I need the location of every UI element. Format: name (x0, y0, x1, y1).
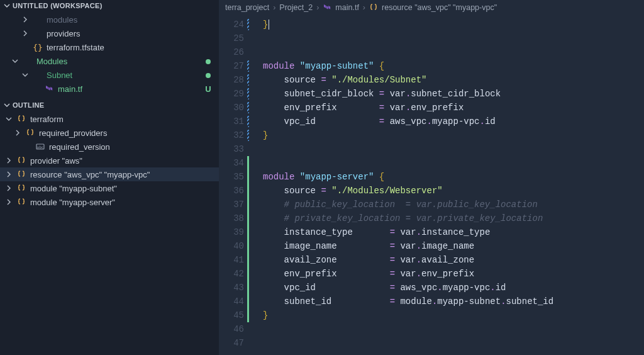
explorer-header[interactable]: UNTITLED (WORKSPACE) (0, 0, 219, 11)
line-number: 41 (219, 253, 248, 267)
editor: terra_project›Project_2›main.tf›resource… (219, 0, 644, 355)
code-line[interactable]: env_prefix = var.env_prefix (263, 267, 644, 281)
code-line[interactable]: source = "./Modules/Subnet" (263, 73, 644, 87)
line-number: 34 (219, 156, 248, 170)
code-line[interactable] (263, 322, 644, 336)
code-line[interactable]: image_name = var.image_name (263, 239, 644, 253)
line-number: 44 (219, 295, 248, 308)
explorer-title: UNTITLED (WORKSPACE) (13, 2, 103, 9)
line-number: 28 (219, 73, 248, 87)
outline-item[interactable]: provider "aws" (0, 154, 219, 167)
item-label: providers (47, 29, 199, 38)
code-line[interactable]: avail_zone = var.avail_zone (263, 253, 644, 267)
chevron-right-icon (21, 16, 29, 23)
line-number: 26 (219, 45, 248, 59)
sidebar: UNTITLED (WORKSPACE) modulesproviders{}t… (0, 0, 219, 355)
chevron-right-icon (14, 130, 21, 136)
outline-item[interactable]: required_providers (0, 126, 219, 140)
code-line[interactable] (263, 31, 644, 45)
breadcrumb-segment[interactable]: Project_2 (279, 3, 313, 12)
code-line[interactable] (263, 45, 644, 59)
code-line[interactable]: } (263, 128, 644, 142)
chevron-right-icon (5, 157, 13, 164)
explorer-item[interactable]: Modules (0, 54, 219, 68)
code-line[interactable]: source = "./Modules/Webserver" (263, 184, 644, 198)
line-number: 37 (219, 198, 248, 211)
line-number: 32 (219, 128, 248, 142)
outline-title: OUTLINE (13, 101, 44, 109)
breadcrumb-segment[interactable]: terra_project (225, 3, 269, 12)
line-number: 31 (219, 115, 248, 128)
explorer-item[interactable]: {}terraform.tfstate (0, 40, 219, 54)
item-label: modules (47, 15, 199, 25)
chevron-right-icon (5, 199, 13, 205)
code[interactable]: } module "myapp-subnet" { source = "./Mo… (254, 15, 644, 355)
item-icon (16, 198, 26, 206)
explorer-item[interactable]: Subnet (0, 68, 219, 82)
item-icon: abc (35, 143, 45, 150)
line-number: 30 (219, 101, 248, 115)
item-icon (16, 184, 26, 193)
item-label: module "myapp-subnet" (30, 184, 199, 193)
code-line[interactable]: vpc_id = aws_vpc.myapp-vpc.id (263, 281, 644, 295)
outline-tree: terraformrequired_providersabcrequired_v… (0, 111, 219, 213)
chevron-right-icon (21, 30, 29, 37)
modified-dot-icon (203, 57, 214, 66)
line-number: 29 (219, 87, 248, 101)
code-line[interactable]: subnet_id = module.myapp-subnet.subnet_i… (263, 295, 644, 308)
breadcrumb-segment[interactable]: main.tf (335, 3, 359, 12)
explorer-item[interactable]: providers (0, 26, 219, 40)
code-line[interactable]: env_prefix = var.env_prefix (263, 101, 644, 115)
item-label: resource "aws_vpc" "myapp-vpc" (30, 170, 199, 179)
code-line[interactable] (263, 156, 644, 170)
item-icon (44, 84, 54, 93)
gutter: 2425262728293031323334353637383940414243… (219, 15, 254, 355)
chevron-down-icon (5, 116, 13, 122)
item-label: Modules (36, 57, 199, 66)
code-area[interactable]: 2425262728293031323334353637383940414243… (219, 15, 644, 355)
line-number: 46 (219, 322, 248, 336)
outline-item[interactable]: abcrequired_version (0, 140, 219, 154)
breadcrumb-segment[interactable]: resource "aws_vpc" "myapp-vpc" (382, 3, 497, 12)
line-number: 42 (219, 267, 248, 281)
breadcrumb[interactable]: terra_project›Project_2›main.tf›resource… (219, 0, 644, 15)
line-number: 25 (219, 31, 248, 45)
chevron-down-icon (4, 3, 10, 9)
outline-item[interactable]: module "myapp-server" (0, 195, 219, 209)
code-line[interactable]: # private_key_location = var.private_key… (263, 211, 644, 225)
code-line[interactable] (263, 142, 644, 156)
breadcrumb-separator-icon: › (273, 3, 275, 12)
chevron-right-icon (5, 171, 13, 178)
code-line[interactable]: } (263, 18, 644, 31)
explorer-item[interactable]: main.tfU (0, 82, 219, 96)
modified-dot-icon (203, 70, 214, 80)
outline-item[interactable]: resource "aws_vpc" "myapp-vpc" (0, 167, 219, 181)
item-icon (16, 115, 26, 123)
line-number: 27 (219, 59, 248, 73)
outline-item[interactable]: module "myapp-subnet" (0, 181, 219, 195)
line-number: 24 (219, 18, 248, 31)
code-line[interactable]: module "myapp-subnet" { (263, 59, 644, 73)
line-number: 36 (219, 184, 248, 198)
code-line[interactable]: # public_key_location = var.public_key_l… (263, 198, 644, 211)
code-line[interactable] (263, 336, 644, 350)
outline-item[interactable]: terraform (0, 112, 219, 126)
outline-header[interactable]: OUTLINE (0, 99, 219, 111)
line-number: 40 (219, 239, 248, 253)
code-line[interactable]: instance_type = var.instance_type (263, 225, 644, 239)
item-icon (16, 170, 26, 179)
chevron-down-icon (4, 102, 10, 108)
code-line[interactable]: module "myapp-server" { (263, 170, 644, 184)
code-line[interactable]: vpc_id = aws_vpc.myapp-vpc.id (263, 115, 644, 128)
chevron-right-icon (5, 185, 13, 191)
code-line[interactable]: } (263, 308, 644, 322)
terraform-file-icon (323, 3, 331, 12)
chevron-down-icon (21, 72, 29, 78)
explorer-item[interactable]: modules (0, 13, 219, 26)
line-number: 47 (219, 336, 248, 350)
item-label: main.tf (58, 84, 199, 94)
item-icon (25, 128, 35, 137)
symbol-icon (369, 3, 378, 12)
code-line[interactable]: subnet_cidr_block = var.subnet_cidr_bloc… (263, 87, 644, 101)
untracked-badge: U (203, 84, 214, 94)
